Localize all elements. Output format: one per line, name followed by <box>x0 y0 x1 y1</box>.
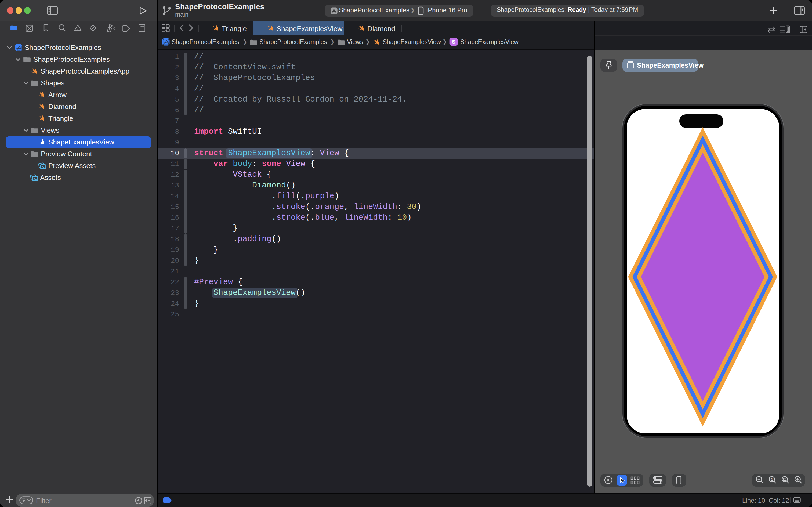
svg-text:1: 1 <box>771 477 773 482</box>
